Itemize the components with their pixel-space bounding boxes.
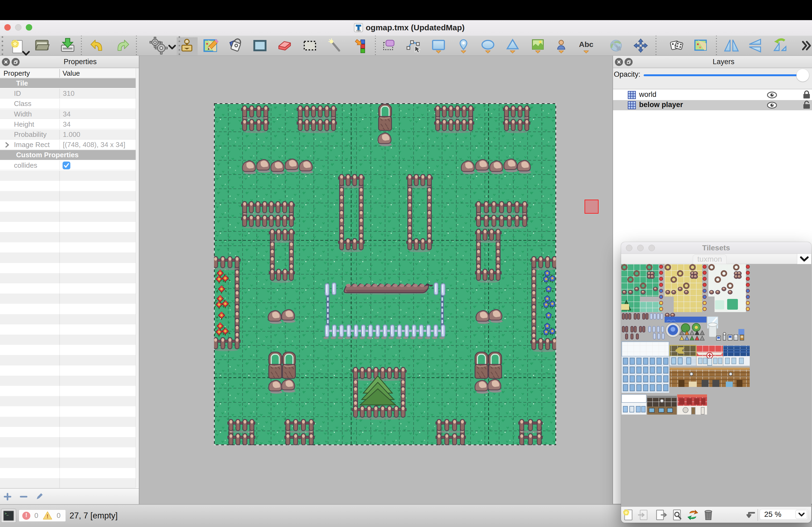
svg-text:Abc: Abc <box>579 40 593 48</box>
svg-text:!: ! <box>47 513 48 519</box>
svg-text:TMX: TMX <box>356 30 361 32</box>
